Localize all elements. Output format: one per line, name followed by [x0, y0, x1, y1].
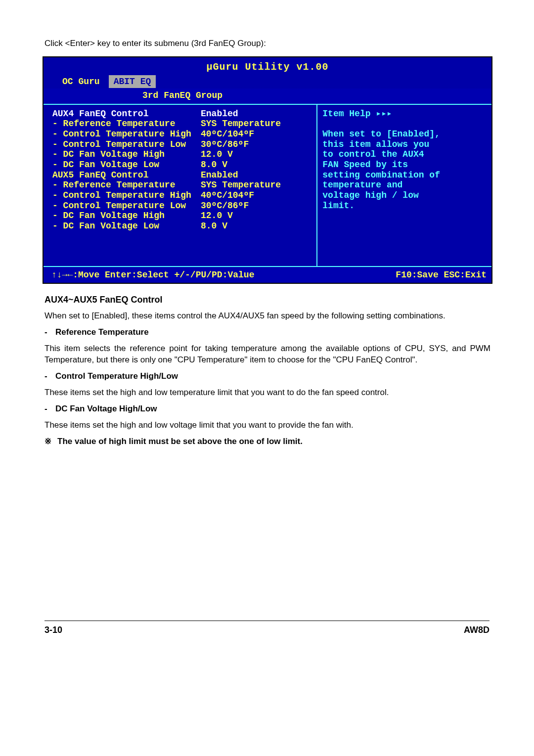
bios-sub-header: 3rd FanEQ Group: [142, 90, 222, 100]
bios-help-title: Item Help ▸▸▸: [322, 109, 485, 119]
bios-setting-label: - DC Fan Voltage High: [52, 211, 201, 221]
bios-setting-value: 12.0 V: [201, 211, 312, 221]
bios-help-line: FAN Speed by its: [322, 160, 485, 170]
bios-settings-list: AUX4 FanEQ ControlEnabled- Reference Tem…: [44, 105, 317, 266]
bios-setting-row: - DC Fan Voltage Low8.0 V: [52, 160, 312, 170]
bios-setting-row: - DC Fan Voltage Low8.0 V: [52, 221, 312, 231]
bios-setting-value: 40ºC/104ºF: [201, 129, 312, 139]
bios-setting-label: - DC Fan Voltage Low: [52, 221, 201, 231]
bios-setting-label: - Control Temperature Low: [52, 201, 201, 211]
bios-title: μGuru Utility v1.00: [44, 57, 491, 75]
bios-setting-row: - Control Temperature High40ºC/104ºF: [52, 190, 312, 201]
footer-page-number: 3-10: [44, 624, 62, 636]
bios-setting-label: - Reference Temperature: [52, 180, 201, 190]
bios-setting-value: Enabled: [201, 109, 312, 119]
subheading-ref-temp: -Reference Temperature: [44, 327, 490, 338]
bios-setting-value: 8.0 V: [201, 221, 312, 231]
bios-setting-row: AUX5 FanEQ ControlEnabled: [52, 170, 312, 180]
bios-help-line: limit.: [322, 201, 485, 211]
bios-screenshot: μGuru Utility v1.00 OC Guru ABIT EQ 3rd …: [43, 56, 492, 284]
intro-text: Click <Enter> key to enter its submenu (…: [44, 38, 490, 49]
bios-help-line: When set to [Enabled],: [322, 129, 485, 139]
bios-footer: ↑↓→←:Move Enter:Select +/-/PU/PD:Value F…: [44, 267, 491, 283]
bios-setting-row: - DC Fan Voltage High12.0 V: [52, 211, 312, 221]
bios-setting-value: 40ºC/104ºF: [201, 190, 312, 201]
bios-setting-label: - DC Fan Voltage High: [52, 149, 201, 160]
bios-setting-row: - DC Fan Voltage High12.0 V: [52, 149, 312, 160]
bios-setting-value: Enabled: [201, 170, 312, 180]
heading-aux-control: AUX4~AUX5 FanEQ Control: [44, 294, 490, 306]
bios-setting-row: - Reference TemperatureSYS Temperature: [52, 180, 312, 190]
bios-help-line: this item allows you: [322, 139, 485, 150]
bios-setting-value: SYS Temperature: [201, 119, 312, 129]
note-limit: ※The value of high limit must be set abo…: [44, 436, 490, 447]
bios-setting-label: - Control Temperature High: [52, 129, 201, 139]
bios-help-line: to control the AUX4: [322, 149, 485, 160]
bios-setting-row: - Reference TemperatureSYS Temperature: [52, 119, 312, 129]
bios-help-line: [322, 119, 485, 129]
bios-setting-value: 8.0 V: [201, 160, 312, 170]
bios-help-line: setting combination of: [322, 170, 485, 180]
para-dc-voltage: These items set the high and low voltage…: [44, 420, 490, 431]
footer-model: AW8D: [464, 624, 490, 636]
bios-setting-value: 30ºC/86ºF: [201, 139, 312, 150]
bios-footer-right: F10:Save ESC:Exit: [396, 269, 487, 281]
bios-setting-row: AUX4 FanEQ ControlEnabled: [52, 109, 312, 119]
bios-setting-row: - Control Temperature Low30ºC/86ºF: [52, 201, 312, 211]
bios-item-help: Item Help ▸▸▸ When set to [Enabled],this…: [317, 105, 491, 266]
page-footer: 3-10 AW8D: [44, 621, 490, 651]
bios-setting-label: - DC Fan Voltage Low: [52, 160, 201, 170]
bios-tab-ocguru: OC Guru: [58, 75, 104, 89]
bios-tab-abiteq: ABIT EQ: [109, 75, 156, 88]
para-ref-temp: This item selects the reference point fo…: [44, 343, 490, 366]
para-ctrl-temp: These items set the high and low tempera…: [44, 387, 490, 399]
bios-setting-label: AUX5 FanEQ Control: [52, 170, 201, 180]
bios-setting-label: - Reference Temperature: [52, 119, 201, 129]
bios-setting-value: 12.0 V: [201, 149, 312, 160]
bios-setting-value: 30ºC/86ºF: [201, 201, 312, 211]
bios-setting-label: - Control Temperature Low: [52, 139, 201, 150]
bios-setting-row: - Control Temperature Low30ºC/86ºF: [52, 139, 312, 150]
bios-setting-label: - Control Temperature High: [52, 190, 201, 201]
bios-setting-value: SYS Temperature: [201, 180, 312, 190]
subheading-dc-voltage: -DC Fan Voltage High/Low: [44, 403, 490, 415]
bios-help-line: voltage high / low: [322, 190, 485, 201]
subheading-ctrl-temp: -Control Temperature High/Low: [44, 371, 490, 382]
bios-setting-row: - Control Temperature High40ºC/104ºF: [52, 129, 312, 139]
para-aux-control: When set to [Enabled], these items contr…: [44, 311, 490, 322]
bios-setting-label: AUX4 FanEQ Control: [52, 109, 201, 119]
bios-help-line: temperature and: [322, 180, 485, 190]
bios-footer-left: ↑↓→←:Move Enter:Select +/-/PU/PD:Value: [51, 269, 254, 281]
